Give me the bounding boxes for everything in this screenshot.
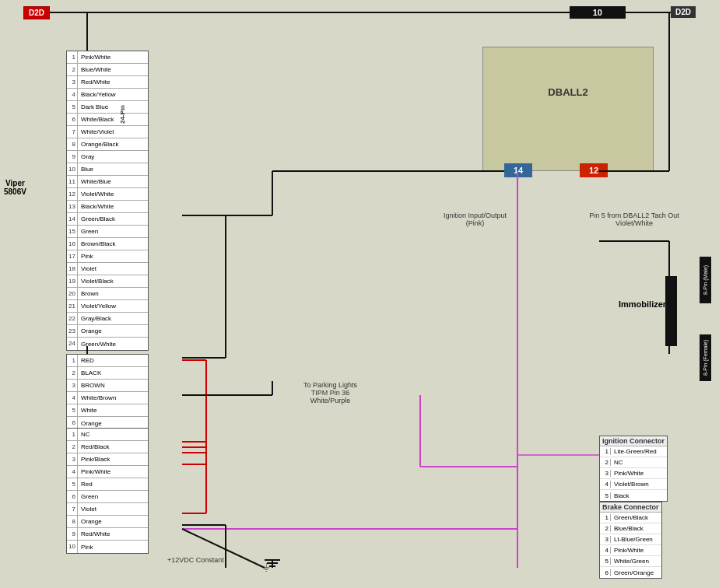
table-row: 17Pink [67,250,148,263]
table-row: 16Brown/Black [67,238,148,250]
dball2-label: DBALL2 [483,86,653,98]
table-row: 3Red/White [67,76,148,89]
table-row: 23Orange [67,325,148,338]
table-row: 9Red/White [67,528,148,541]
conn-14: 14 [504,163,532,177]
table-row: 3Pink/Black [67,453,148,466]
table-row: 14Green/Black [67,213,148,226]
list-item: 4Violet/Brown [600,479,667,490]
table-row: 1NC [67,429,148,441]
table-row: 18Violet [67,263,148,275]
d2d-left-badge: D2D [23,6,50,19]
ignition-label: Ignition Input/Output(Pink) [444,212,507,227]
table-row: 1RED [67,355,148,367]
table-row: 12Violet/White [67,188,148,201]
dball2-box: DBALL2 [482,47,654,171]
list-item: 1Green/Black [600,513,661,523]
table-row: 20Brown [67,288,148,300]
table-row: 2Red/Black [67,441,148,453]
table-row: 2Blue/White [67,64,148,76]
list-item: 3Lt-Blue/Green [600,534,661,545]
8pin-male-label: 8-Pin (Male) [700,257,711,303]
table-row: 10Pink [67,541,148,553]
list-item: 6Green/Orange [600,567,661,578]
table-row: 1Pink/White [67,51,148,64]
table-row: 15Green [67,226,148,238]
list-item: 3Pink/White [600,468,667,479]
table-row: 11White/Blue [67,176,148,188]
connector-6pin: 6-Pin 1RED2BLACK3BROWN4White/Brown5White… [66,354,149,430]
list-item: 4Pink/White [600,545,661,556]
table-row: 21Violet/Yellow [67,300,148,313]
list-item: 2Blue/Black [600,523,661,534]
to-parking-label: To Parking LightsTIPM Pin 36White/Purple [303,381,357,404]
table-row: 7White/Violet [67,126,148,138]
list-item: 5White/Green [600,556,661,567]
table-row: 24Green/White [67,338,148,350]
table-row: 4White/Brown [67,392,148,404]
ten-badge: 10 [570,6,626,19]
d2d-right-badge: D2D [671,6,696,18]
svg-rect-26 [665,276,677,346]
table-row: 2BLACK [67,367,148,380]
immobilizer-label: Immobilizer [619,299,666,309]
connector-24pin: 24-Pin 1Pink/White2Blue/White3Red/White4… [66,51,149,351]
table-row: 5White [67,404,148,417]
brake-connector: Brake Connector1Green/Black2Blue/Black3L… [599,502,662,579]
table-row: 6White/Black [67,114,148,126]
table-row: 8Orange/Black [67,138,148,151]
table-row: 6Green [67,491,148,503]
plus12-label: +12VDC Constant [167,556,224,564]
table-row: 4Black/Yellow [67,89,148,101]
table-row: 4Pink/White [67,466,148,478]
connector-10pin: 10-Pin 1NC2Red/Black3Pink/Black4Pink/Whi… [66,428,149,554]
table-row: 22Gray/Black [67,313,148,325]
label-24pin: 24-Pin [119,105,126,124]
list-item: 2NC [600,457,667,468]
table-row: 9Gray [67,151,148,163]
table-row: 19Violet/Black [67,275,148,288]
table-row: 7Violet [67,503,148,516]
ignition-connector: Ignition Connector1Lite-Green/Red2NC3Pin… [599,436,668,502]
table-row: 5Dark Blue [67,101,148,114]
pin5-label: Pin 5 from DBALL2 Tach OutViolet/White [584,212,685,227]
list-item: 5Black [600,490,667,501]
viper-label: Viper 5806V [4,179,26,196]
table-row: 3BROWN [67,380,148,392]
table-row: 8Orange [67,516,148,528]
ground-symbol: ⏚ [263,560,269,572]
table-row: 13Black/White [67,201,148,213]
list-item: 1Lite-Green/Red [600,446,667,457]
table-row: 10Blue [67,163,148,176]
8pin-female-label: 8-Pin (Female) [700,334,711,381]
conn-12: 12 [580,163,608,177]
table-row: 5Red [67,478,148,491]
